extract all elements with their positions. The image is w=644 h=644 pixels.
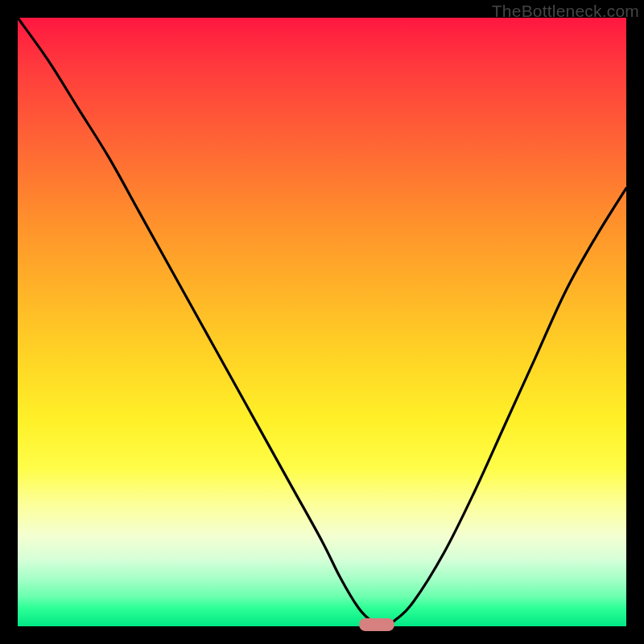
watermark-text: TheBottleneck.com (492, 2, 639, 21)
optimum-marker (359, 618, 394, 631)
bottleneck-curve (18, 18, 626, 626)
chart-frame: TheBottleneck.com (0, 0, 644, 644)
curve-path (18, 18, 626, 626)
